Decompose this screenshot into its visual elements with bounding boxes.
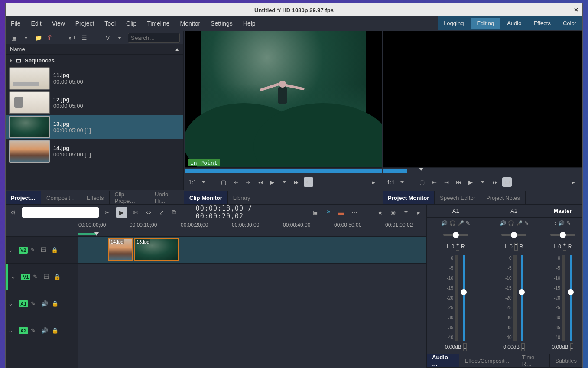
filter-icon[interactable]: ∇ xyxy=(104,34,111,42)
in-point-icon[interactable]: ⇤ xyxy=(429,177,439,187)
expand-icon[interactable]: › xyxy=(555,220,556,228)
star-icon[interactable]: ★ xyxy=(376,208,384,217)
select-tool-icon[interactable]: ▶ xyxy=(116,207,127,218)
menu-help[interactable]: Help xyxy=(238,20,261,27)
fx-icon[interactable]: ✎ xyxy=(466,220,470,228)
options-icon[interactable]: ⋯ xyxy=(350,208,359,217)
marker-icon[interactable]: 🏳 xyxy=(324,208,333,217)
razor-icon[interactable]: ✂ xyxy=(103,208,112,217)
add-track-icon[interactable]: ▬ xyxy=(337,208,346,217)
pan-slider[interactable] xyxy=(443,234,468,236)
tab-project-monitor[interactable]: Project Monitor xyxy=(383,191,435,204)
tab-effect-composition[interactable]: Effect/Compositi… xyxy=(459,354,517,367)
menu-monitor[interactable]: Monitor xyxy=(175,20,206,27)
menu-settings[interactable]: Settings xyxy=(205,20,238,27)
rec-icon[interactable]: 🎤 xyxy=(458,220,464,228)
track-lane-v2[interactable]: 14.jpg 13.jpg xyxy=(78,237,426,264)
solo-icon[interactable]: 🎧 xyxy=(449,220,456,228)
bin-column-header[interactable]: Name ▲ xyxy=(6,44,183,55)
clip-monitor-view[interactable]: In Point xyxy=(185,31,382,167)
timeline-clip-14[interactable]: 14.jpg xyxy=(108,238,133,261)
mode-logging[interactable]: Logging xyxy=(438,16,470,30)
mute-icon[interactable]: 🔊 xyxy=(441,220,448,228)
lock-icon[interactable]: 🔒 xyxy=(51,247,59,253)
lock-icon[interactable]: 🔒 xyxy=(52,327,59,334)
film-icon[interactable]: 🎞 xyxy=(43,274,51,280)
rec-icon[interactable]: 🎤 xyxy=(516,220,523,228)
mute-icon[interactable]: 🔊 xyxy=(558,220,565,228)
tag-icon[interactable]: 🏷 xyxy=(68,34,76,42)
crop-icon[interactable]: ▢ xyxy=(417,177,427,187)
fx-icon[interactable]: ✎ xyxy=(30,247,38,253)
fx-icon[interactable]: ✎ xyxy=(31,327,39,334)
timeline-tracks[interactable]: 00:00:00;00 00:00:10;00 00:00:20;00 00:0… xyxy=(78,220,426,368)
sequences-folder[interactable]: 🗀 Sequences xyxy=(6,55,183,66)
mixer-channel-a1[interactable]: A1 xyxy=(427,205,485,217)
fx-icon[interactable]: ✎ xyxy=(33,274,41,280)
playhead[interactable] xyxy=(97,220,97,368)
chevron-down-icon[interactable] xyxy=(402,208,410,217)
fx-icon[interactable]: ✎ xyxy=(31,300,39,307)
track-lane-a2[interactable] xyxy=(78,317,426,344)
db-stepper[interactable]: +− xyxy=(521,343,525,351)
menu-icon[interactable]: ☰ xyxy=(80,34,88,42)
project-monitor-scrubber[interactable] xyxy=(383,167,582,174)
mute-icon[interactable]: 🔊 xyxy=(41,300,49,307)
track-lane-v1[interactable] xyxy=(78,264,426,290)
spacer-icon[interactable]: ⇔ xyxy=(144,208,153,217)
chevron-down-icon[interactable] xyxy=(22,34,30,42)
marker-icon[interactable]: 🏷 xyxy=(502,177,512,187)
chevron-down-icon[interactable] xyxy=(397,177,407,187)
volume-fader[interactable] xyxy=(570,255,572,341)
rewind-icon[interactable]: ⏮ xyxy=(454,177,463,187)
db-stepper[interactable]: +− xyxy=(570,343,574,351)
track-head-v1[interactable]: ⌄ V1 ✎ 🎞 🔒 xyxy=(6,264,78,290)
crop-icon[interactable]: ▢ xyxy=(219,177,228,187)
bin-clip-13[interactable]: 13.jpg 00:00:05;00 [1] xyxy=(6,115,183,139)
volume-fader[interactable] xyxy=(521,255,523,341)
mode-color[interactable]: Color xyxy=(557,16,582,30)
menu-tool[interactable]: Tool xyxy=(99,20,121,27)
expand-icon[interactable] xyxy=(10,59,12,62)
timeline-ruler[interactable]: 00:00:00;00 00:00:10;00 00:00:20;00 00:0… xyxy=(78,220,426,237)
mixer-master[interactable]: Master xyxy=(543,205,582,217)
add-clip-icon[interactable]: ▣ xyxy=(10,34,18,42)
tab-library[interactable]: Library xyxy=(228,191,256,204)
tab-clip-monitor[interactable]: Clip Monitor xyxy=(184,191,228,204)
search-input[interactable] xyxy=(128,33,180,43)
tab-clip-properties[interactable]: Clip Prope… xyxy=(110,191,150,204)
mode-audio[interactable]: Audio xyxy=(501,16,527,30)
collapse-icon[interactable]: ⌄ xyxy=(8,327,16,334)
bin-clip-12[interactable]: 12.jpg 00:00:05;00 xyxy=(6,91,183,115)
snap-icon[interactable]: ⧉ xyxy=(170,208,179,217)
timeline-clip-13[interactable]: 13.jpg xyxy=(134,238,179,261)
more-icon[interactable]: ▸ xyxy=(569,177,578,187)
fx-icon[interactable]: ✎ xyxy=(566,220,571,228)
tab-subtitles[interactable]: Subtitles xyxy=(550,354,582,367)
volume-fader[interactable] xyxy=(463,255,465,341)
tab-audio-mixer[interactable]: Audio … xyxy=(427,354,459,367)
menu-file[interactable]: File xyxy=(6,20,26,27)
delete-icon[interactable]: 🗑 xyxy=(46,34,54,42)
folder-add-icon[interactable]: 📁 xyxy=(34,34,42,42)
mode-editing[interactable]: Editing xyxy=(471,18,500,29)
chevron-down-icon[interactable] xyxy=(116,34,123,42)
track-head-a1[interactable]: ⌄ A1 ✎ 🔊 🔒 xyxy=(6,290,78,317)
in-point-icon[interactable]: ⇤ xyxy=(231,177,240,187)
chevron-down-icon[interactable] xyxy=(478,177,487,187)
clip-monitor-scrubber[interactable] xyxy=(185,167,382,174)
tab-project[interactable]: Project… xyxy=(6,191,41,204)
tab-project-notes[interactable]: Project Notes xyxy=(481,191,526,204)
play-icon[interactable]: ▶ xyxy=(466,177,475,187)
chevron-down-icon[interactable] xyxy=(199,177,208,187)
menu-clip[interactable]: Clip xyxy=(121,20,142,27)
out-point-icon[interactable]: ⇥ xyxy=(243,177,253,187)
settings-icon[interactable]: ⚙ xyxy=(9,208,18,217)
sequence-combo[interactable] xyxy=(22,207,99,218)
fast-forward-icon[interactable]: ⏭ xyxy=(490,177,500,187)
collapse-icon[interactable]: ⌄ xyxy=(11,274,19,280)
track-lane-a1[interactable] xyxy=(78,290,426,317)
more-icon[interactable]: ▸ xyxy=(369,177,378,187)
mode-effects[interactable]: Effects xyxy=(527,16,557,30)
track-head-v2[interactable]: ⌄ V2 ✎ 🎞 🔒 xyxy=(6,237,78,264)
